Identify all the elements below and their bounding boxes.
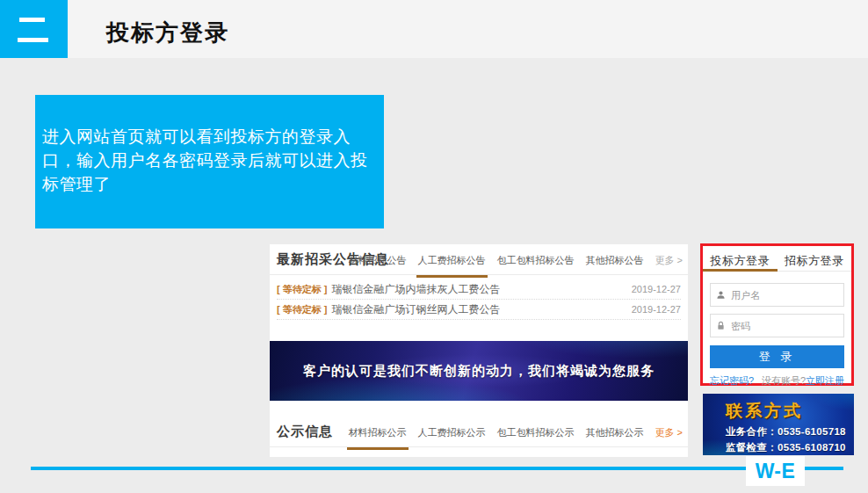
login-panel: 投标方登录 招标方登录 登 录 忘记密码? 没有账号?立即注册 (700, 243, 854, 386)
footer-logo-text: W-E (756, 460, 796, 483)
notice-tab-row: 材料招标公示 人工费招标公示 包工包料招标公示 其他招标公示 更多 > (349, 426, 683, 439)
forgot-password-link[interactable]: 忘记密码? (710, 374, 754, 388)
contact-content: 联系方式 业务合作：0535-6105718 监督检查：0535-6108710 (703, 394, 854, 454)
register-link[interactable]: 立即注册 (806, 375, 844, 386)
news-item-date: 2019-12-27 (632, 284, 681, 294)
login-tab-row: 投标方登录 招标方登录 (703, 246, 851, 272)
contact-phone-supervise: 监督检查：0535-6108710 (726, 441, 854, 454)
news-item-title[interactable]: 瑞银信金融广场内墙抹灰人工费公告 (331, 282, 500, 297)
user-icon (716, 290, 726, 300)
status-badge: [ 等待定标 ] (277, 283, 327, 296)
page-title: 投标方登录 (106, 18, 229, 48)
notice-tab-material[interactable]: 材料招标公示 (349, 426, 407, 439)
news-tab-labor[interactable]: 人工费招标公告 (418, 254, 486, 267)
list-item[interactable]: [ 等待定标 ] 瑞银信金融广场订钢丝网人工费公告 2019-12-27 (277, 300, 681, 320)
callout-text: 进入网站首页就可以看到投标方的登录入口，输入用户名各密码登录后就可以进入投标管理… (42, 125, 382, 196)
tab-tenderer-login[interactable]: 招标方登录 (778, 246, 852, 271)
register-prompt: 没有账号?立即注册 (762, 374, 844, 388)
news-tab-material[interactable]: 材料招标公告 (349, 254, 407, 267)
notice-section-header: 公示信息 材料招标公示 人工费招标公示 包工包料招标公示 其他招标公示 更多 > (270, 417, 688, 447)
username-field[interactable] (710, 283, 844, 307)
menu-icon-bar (19, 18, 45, 22)
news-list: [ 等待定标 ] 瑞银信金融广场内墙抹灰人工费公告 2019-12-27 [ 等… (277, 279, 681, 320)
news-tab-row: 材料招标公告 人工费招标公告 包工包料招标公告 其他招标公告 更多 > (349, 254, 683, 267)
password-input[interactable] (731, 321, 838, 331)
list-item[interactable]: [ 等待定标 ] 瑞银信金融广场内墙抹灰人工费公告 2019-12-27 (277, 279, 681, 300)
tab-bidder-login[interactable]: 投标方登录 (703, 246, 778, 271)
website-main-panel: 最新招采公告信息 材料招标公告 人工费招标公告 包工包料招标公告 其他招标公告 … (270, 244, 688, 457)
no-account-text: 没有账号? (762, 375, 806, 386)
news-section-header: 最新招采公告信息 材料招标公告 人工费招标公告 包工包料招标公告 其他招标公告 … (270, 244, 688, 275)
slide: 投标方登录 进入网站首页就可以看到投标方的登录入口，输入用户名各密码登录后就可以… (0, 0, 868, 493)
news-tab-other[interactable]: 其他招标公告 (586, 254, 644, 267)
footer-divider (31, 467, 843, 470)
menu-icon (0, 0, 68, 58)
password-field[interactable] (710, 314, 844, 337)
news-item-title[interactable]: 瑞银信金融广场订钢丝网人工费公告 (331, 302, 500, 317)
login-button[interactable]: 登 录 (710, 345, 844, 368)
lock-icon (716, 321, 726, 330)
notice-tab-other[interactable]: 其他招标公示 (586, 426, 644, 439)
login-links-row: 忘记密码? 没有账号?立即注册 (710, 374, 844, 388)
promo-banner[interactable]: 客户的认可是我们不断创新的动力，我们将竭诚为您服务 (270, 341, 688, 401)
news-tab-package[interactable]: 包工包料招标公告 (497, 254, 575, 267)
footer-logo: W-E (746, 456, 805, 486)
contact-title: 联系方式 (726, 400, 854, 423)
news-item-date: 2019-12-27 (632, 304, 681, 315)
username-input[interactable] (731, 290, 838, 301)
contact-box: 联系方式 业务合作：0535-6105718 监督检查：0535-6108710 (703, 394, 854, 455)
menu-icon-bar (18, 38, 48, 42)
notice-section-title: 公示信息 (277, 424, 333, 440)
contact-phone-business: 业务合作：0535-6105718 (726, 425, 854, 439)
notice-tab-package[interactable]: 包工包料招标公示 (497, 426, 575, 439)
notice-tab-labor[interactable]: 人工费招标公示 (418, 426, 486, 439)
callout-box: 进入网站首页就可以看到投标方的登录入口，输入用户名各密码登录后就可以进入投标管理… (35, 95, 384, 228)
status-badge: [ 等待定标 ] (277, 303, 327, 316)
notice-more-link[interactable]: 更多 > (655, 426, 683, 439)
promo-banner-text: 客户的认可是我们不断创新的动力，我们将竭诚为您服务 (303, 363, 655, 380)
news-more-link[interactable]: 更多 > (655, 254, 683, 267)
